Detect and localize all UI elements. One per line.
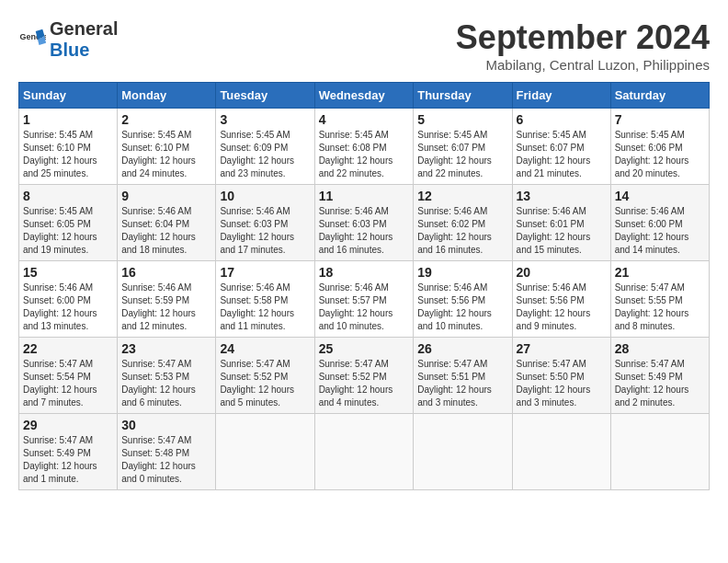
day-number: 6 xyxy=(517,112,607,127)
sunset-label: Sunset: 6:10 PM xyxy=(121,143,189,153)
sunset-label: Sunset: 6:04 PM xyxy=(121,219,189,229)
day-info: Sunrise: 5:47 AM Sunset: 5:49 PM Dayligh… xyxy=(615,358,705,409)
day-info: Sunrise: 5:46 AM Sunset: 6:02 PM Dayligh… xyxy=(417,205,507,257)
day-number: 11 xyxy=(319,189,410,203)
daylight-label: Daylight: 12 hours and 17 minutes. xyxy=(220,232,294,255)
day-number: 13 xyxy=(517,189,607,203)
weekday-header-row: SundayMondayTuesdayWednesdayThursdayFrid… xyxy=(19,83,710,109)
sunrise-label: Sunrise: 5:47 AM xyxy=(417,359,487,369)
sunset-label: Sunset: 5:58 PM xyxy=(220,295,288,305)
sunset-label: Sunset: 6:09 PM xyxy=(220,143,288,153)
calendar-cell: 14 Sunrise: 5:46 AM Sunset: 6:00 PM Dayl… xyxy=(610,185,709,261)
day-number: 19 xyxy=(417,265,507,280)
day-number: 14 xyxy=(615,189,705,203)
day-info: Sunrise: 5:46 AM Sunset: 5:57 PM Dayligh… xyxy=(319,282,410,333)
day-info: Sunrise: 5:47 AM Sunset: 5:52 PM Dayligh… xyxy=(220,358,310,409)
sunrise-label: Sunrise: 5:45 AM xyxy=(319,130,389,140)
daylight-label: Daylight: 12 hours and 15 minutes. xyxy=(517,232,591,255)
calendar-week-row: 15 Sunrise: 5:46 AM Sunset: 6:00 PM Dayl… xyxy=(19,261,710,338)
calendar-cell: 11 Sunrise: 5:46 AM Sunset: 6:03 PM Dayl… xyxy=(314,185,414,261)
day-info: Sunrise: 5:47 AM Sunset: 5:48 PM Dayligh… xyxy=(121,434,211,486)
sunset-label: Sunset: 5:56 PM xyxy=(417,295,485,305)
sunrise-label: Sunrise: 5:46 AM xyxy=(319,282,389,293)
sunset-label: Sunset: 5:52 PM xyxy=(220,372,288,382)
day-number: 28 xyxy=(615,341,705,356)
day-number: 16 xyxy=(121,265,211,280)
sunset-label: Sunset: 5:49 PM xyxy=(615,372,683,382)
daylight-label: Daylight: 12 hours and 9 minutes. xyxy=(517,308,591,331)
day-number: 24 xyxy=(220,341,310,356)
sunset-label: Sunset: 5:54 PM xyxy=(23,372,91,382)
calendar-cell: 27 Sunrise: 5:47 AM Sunset: 5:50 PM Dayl… xyxy=(512,338,610,414)
daylight-label: Daylight: 12 hours and 5 minutes. xyxy=(220,385,294,408)
daylight-label: Daylight: 12 hours and 16 minutes. xyxy=(319,232,393,255)
weekday-header: Thursday xyxy=(414,83,512,109)
calendar-week-row: 22 Sunrise: 5:47 AM Sunset: 5:54 PM Dayl… xyxy=(19,338,710,414)
calendar-week-row: 29 Sunrise: 5:47 AM Sunset: 5:49 PM Dayl… xyxy=(19,414,710,490)
sunrise-label: Sunrise: 5:47 AM xyxy=(121,359,191,369)
sunset-label: Sunset: 6:00 PM xyxy=(615,219,683,229)
sunset-label: Sunset: 5:52 PM xyxy=(319,372,387,382)
logo-text: General Blue xyxy=(50,18,118,61)
calendar-cell: 5 Sunrise: 5:45 AM Sunset: 6:07 PM Dayli… xyxy=(414,109,512,185)
day-info: Sunrise: 5:46 AM Sunset: 5:59 PM Dayligh… xyxy=(121,282,211,333)
day-number: 10 xyxy=(220,189,310,203)
sunset-label: Sunset: 6:01 PM xyxy=(517,219,585,229)
daylight-label: Daylight: 12 hours and 4 minutes. xyxy=(319,385,393,408)
sunrise-label: Sunrise: 5:45 AM xyxy=(517,130,586,140)
sunset-label: Sunset: 6:05 PM xyxy=(23,219,91,229)
daylight-label: Daylight: 12 hours and 12 minutes. xyxy=(121,308,196,331)
calendar-cell: 10 Sunrise: 5:46 AM Sunset: 6:03 PM Dayl… xyxy=(216,185,314,261)
month-year: September 2024 xyxy=(456,18,710,57)
calendar-cell: 20 Sunrise: 5:46 AM Sunset: 5:56 PM Dayl… xyxy=(512,261,610,338)
sunset-label: Sunset: 5:50 PM xyxy=(517,372,585,382)
sunrise-label: Sunrise: 5:47 AM xyxy=(23,435,93,445)
calendar-cell: 7 Sunrise: 5:45 AM Sunset: 6:06 PM Dayli… xyxy=(610,109,709,185)
location: Mabilang, Central Luzon, Philippines xyxy=(456,57,710,73)
weekday-header: Tuesday xyxy=(216,83,314,109)
calendar-week-row: 8 Sunrise: 5:45 AM Sunset: 6:05 PM Dayli… xyxy=(19,185,710,261)
day-number: 22 xyxy=(23,341,113,356)
sunrise-label: Sunrise: 5:46 AM xyxy=(517,206,586,216)
sunrise-label: Sunrise: 5:47 AM xyxy=(615,282,685,293)
sunset-label: Sunset: 5:48 PM xyxy=(121,448,189,458)
calendar-cell: 13 Sunrise: 5:46 AM Sunset: 6:01 PM Dayl… xyxy=(512,185,610,261)
sunrise-label: Sunrise: 5:47 AM xyxy=(319,359,389,369)
day-number: 3 xyxy=(220,112,310,127)
daylight-label: Daylight: 12 hours and 3 minutes. xyxy=(417,385,492,408)
calendar-cell: 30 Sunrise: 5:47 AM Sunset: 5:48 PM Dayl… xyxy=(118,414,216,490)
day-number: 5 xyxy=(417,112,507,127)
calendar-cell: 6 Sunrise: 5:45 AM Sunset: 6:07 PM Dayli… xyxy=(512,109,610,185)
sunset-label: Sunset: 6:08 PM xyxy=(319,143,387,153)
sunset-label: Sunset: 6:07 PM xyxy=(417,143,485,153)
title-section: September 2024 Mabilang, Central Luzon, … xyxy=(456,18,710,73)
sunrise-label: Sunrise: 5:47 AM xyxy=(23,359,93,369)
day-info: Sunrise: 5:45 AM Sunset: 6:07 PM Dayligh… xyxy=(517,129,607,180)
day-info: Sunrise: 5:47 AM Sunset: 5:54 PM Dayligh… xyxy=(23,358,113,409)
sunset-label: Sunset: 6:00 PM xyxy=(23,295,91,305)
daylight-label: Daylight: 12 hours and 6 minutes. xyxy=(121,385,196,408)
sunrise-label: Sunrise: 5:47 AM xyxy=(517,359,586,369)
sunset-label: Sunset: 6:03 PM xyxy=(319,219,387,229)
daylight-label: Daylight: 12 hours and 13 minutes. xyxy=(23,308,97,331)
calendar-cell xyxy=(512,414,610,490)
day-info: Sunrise: 5:47 AM Sunset: 5:51 PM Dayligh… xyxy=(417,358,507,409)
logo-general: General xyxy=(50,18,118,39)
day-info: Sunrise: 5:46 AM Sunset: 5:56 PM Dayligh… xyxy=(517,282,607,333)
calendar-cell: 15 Sunrise: 5:46 AM Sunset: 6:00 PM Dayl… xyxy=(19,261,118,338)
sunset-label: Sunset: 6:06 PM xyxy=(615,143,683,153)
sunrise-label: Sunrise: 5:46 AM xyxy=(417,282,487,293)
daylight-label: Daylight: 12 hours and 18 minutes. xyxy=(121,232,196,255)
day-info: Sunrise: 5:45 AM Sunset: 6:09 PM Dayligh… xyxy=(220,129,310,180)
day-number: 1 xyxy=(23,112,113,127)
day-info: Sunrise: 5:47 AM Sunset: 5:53 PM Dayligh… xyxy=(121,358,211,409)
daylight-label: Daylight: 12 hours and 1 minute. xyxy=(23,461,97,484)
sunrise-label: Sunrise: 5:46 AM xyxy=(23,282,93,293)
weekday-header: Monday xyxy=(118,83,216,109)
sunset-label: Sunset: 5:53 PM xyxy=(121,372,189,382)
daylight-label: Daylight: 12 hours and 14 minutes. xyxy=(615,232,689,255)
calendar-cell xyxy=(216,414,314,490)
day-info: Sunrise: 5:45 AM Sunset: 6:10 PM Dayligh… xyxy=(23,129,113,180)
weekday-header: Sunday xyxy=(19,83,118,109)
sunrise-label: Sunrise: 5:46 AM xyxy=(319,206,389,216)
